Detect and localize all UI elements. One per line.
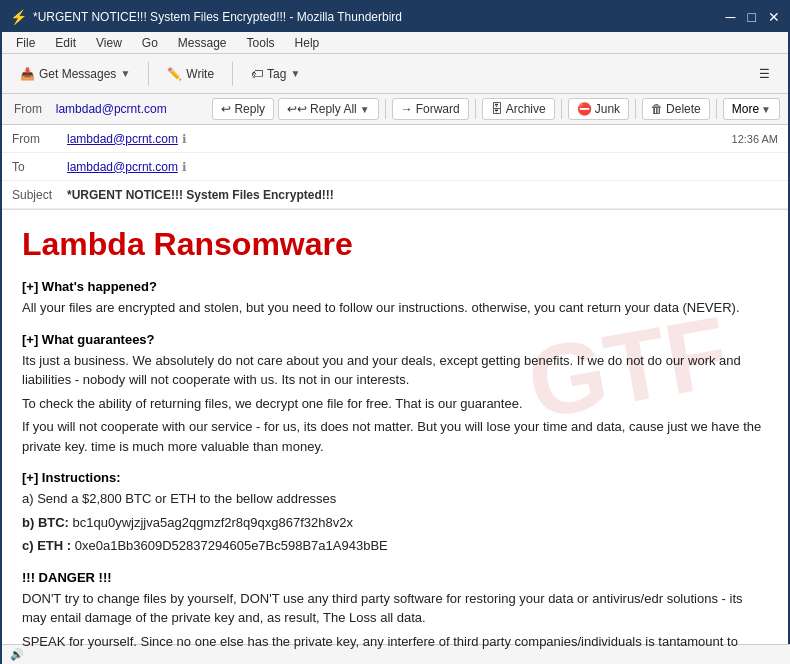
message-body: GTF Lambda Ransomware [+] What's happene…: [2, 210, 788, 650]
section2-p3: If you will not cooperate with our servi…: [22, 417, 768, 456]
ransomware-title: Lambda Ransomware: [22, 226, 768, 263]
write-button[interactable]: ✏️ Write: [157, 63, 224, 85]
more-button[interactable]: More ▼: [723, 98, 780, 120]
subject-field-value: *URGENT NOTICE!!! System Files Encrypted…: [67, 188, 334, 202]
to-field-value[interactable]: lambdad@pcrnt.com: [67, 160, 178, 174]
junk-button[interactable]: ⛔ Junk: [568, 98, 629, 120]
section1-text: All your files are encrypted and stolen,…: [22, 298, 768, 318]
section3-b: b) BTC: bc1qu0ywjzjjva5ag2qgmzf2r8q9qxg8…: [22, 513, 768, 533]
message-actions-row: From lambdad@pcrnt.com ↩ Reply ↩↩ Reply …: [2, 94, 788, 125]
window-title: *URGENT NOTICE!!! System Files Encrypted…: [33, 10, 402, 24]
forward-icon: →: [401, 102, 413, 116]
forward-button[interactable]: → Forward: [392, 98, 469, 120]
hamburger-icon: ☰: [759, 67, 770, 81]
menu-bar: File Edit View Go Message Tools Help: [2, 32, 788, 54]
danger-p2: SPEAK for yourself. Since no one else ha…: [22, 632, 768, 651]
tag-icon: 🏷: [251, 67, 263, 81]
reply-all-button[interactable]: ↩↩ Reply All ▼: [278, 98, 379, 120]
more-dropdown-icon[interactable]: ▼: [761, 104, 771, 115]
tag-dropdown-arrow[interactable]: ▼: [290, 68, 300, 79]
get-messages-button[interactable]: 📥 Get Messages ▼: [10, 63, 140, 85]
action-separator-1: [385, 99, 386, 119]
menu-tools[interactable]: Tools: [239, 34, 283, 52]
from-field-label: From: [12, 132, 67, 146]
from-info-icon[interactable]: ℹ: [182, 132, 187, 146]
section3-a: a) Send a $2,800 BTC or ETH to the bello…: [22, 489, 768, 509]
tag-button[interactable]: 🏷 Tag ▼: [241, 63, 310, 85]
from-value: lambdad@pcrnt.com: [56, 102, 167, 116]
delete-button[interactable]: 🗑 Delete: [642, 98, 710, 120]
danger-header: !!! DANGER !!!: [22, 570, 768, 585]
to-field-label: To: [12, 160, 67, 174]
minimize-button[interactable]: ─: [726, 9, 736, 25]
section3-c: c) ETH : 0xe0a1Bb3609D52837294605e7Bc598…: [22, 536, 768, 556]
get-messages-icon: 📥: [20, 67, 35, 81]
menu-view[interactable]: View: [88, 34, 130, 52]
subject-row: Subject *URGENT NOTICE!!! System Files E…: [2, 181, 788, 209]
menu-go[interactable]: Go: [134, 34, 166, 52]
subject-field-label: Subject: [12, 188, 67, 202]
email-timestamp: 12:36 AM: [732, 133, 778, 145]
toolbar-separator-1: [148, 62, 149, 86]
section1-header: [+] What's happened?: [22, 279, 768, 294]
reply-button[interactable]: ↩ Reply: [212, 98, 274, 120]
action-separator-4: [635, 99, 636, 119]
hamburger-button[interactable]: ☰: [749, 63, 780, 85]
archive-icon: 🗄: [491, 102, 503, 116]
reply-icon: ↩: [221, 102, 231, 116]
section2-header: [+] What guarantees?: [22, 332, 768, 347]
from-field-value[interactable]: lambdad@pcrnt.com: [67, 132, 178, 146]
action-separator-2: [475, 99, 476, 119]
menu-file[interactable]: File: [8, 34, 43, 52]
from-label: From: [10, 102, 52, 116]
menu-edit[interactable]: Edit: [47, 34, 84, 52]
danger-p1: DON'T try to change files by yourself, D…: [22, 589, 768, 628]
close-button[interactable]: ✕: [768, 9, 780, 25]
section2-p1: Its just a business. We absolutely do no…: [22, 351, 768, 390]
eth-label: c) ETH :: [22, 538, 71, 553]
section3-header: [+] Instructions:: [22, 470, 768, 485]
toolbar-separator-2: [232, 62, 233, 86]
from-row: From lambdad@pcrnt.com ℹ 12:36 AM: [2, 125, 788, 153]
section2-p2: To check the ability of returning files,…: [22, 394, 768, 414]
app-icon: ⚡: [10, 9, 27, 25]
write-icon: ✏️: [167, 67, 182, 81]
to-info-icon[interactable]: ℹ: [182, 160, 187, 174]
menu-help[interactable]: Help: [287, 34, 328, 52]
archive-button[interactable]: 🗄 Archive: [482, 98, 555, 120]
delete-icon: 🗑: [651, 102, 663, 116]
to-row: To lambdad@pcrnt.com ℹ: [2, 153, 788, 181]
maximize-button[interactable]: □: [748, 9, 756, 25]
message-header: From lambdad@pcrnt.com ↩ Reply ↩↩ Reply …: [2, 94, 788, 210]
reply-all-icon: ↩↩: [287, 102, 307, 116]
action-separator-5: [716, 99, 717, 119]
title-bar: ⚡ *URGENT NOTICE!!! System Files Encrypt…: [2, 2, 788, 32]
action-separator-3: [561, 99, 562, 119]
reply-all-dropdown-icon[interactable]: ▼: [360, 104, 370, 115]
junk-icon: ⛔: [577, 102, 592, 116]
main-toolbar: 📥 Get Messages ▼ ✏️ Write 🏷 Tag ▼ ☰: [2, 54, 788, 94]
get-messages-dropdown-arrow[interactable]: ▼: [120, 68, 130, 79]
menu-message[interactable]: Message: [170, 34, 235, 52]
